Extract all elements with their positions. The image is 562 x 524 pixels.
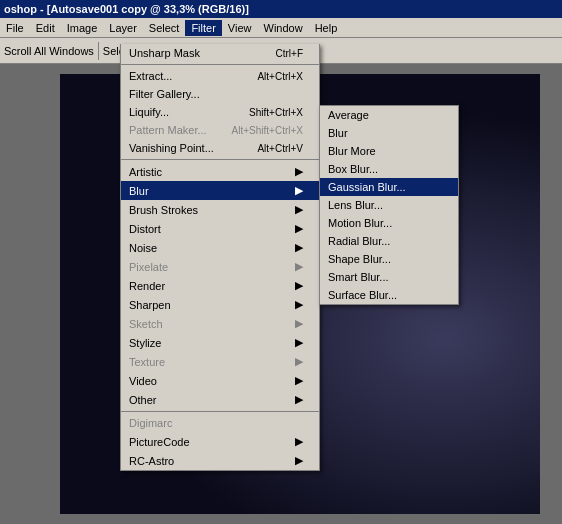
scroll-windows-label: Scroll All Windows — [4, 45, 94, 57]
separator-2 — [121, 159, 319, 160]
submenu-arrow-artistic: ▶ — [295, 165, 303, 178]
blur-gaussian[interactable]: Gaussian Blur... — [320, 178, 458, 196]
filter-stylize[interactable]: Stylize ▶ — [121, 333, 319, 352]
submenu-arrow-rc-astro: ▶ — [295, 454, 303, 467]
submenu-arrow-stylize: ▶ — [295, 336, 303, 349]
blur-shape[interactable]: Shape Blur... — [320, 250, 458, 268]
submenu-arrow-noise: ▶ — [295, 241, 303, 254]
filter-sharpen[interactable]: Sharpen ▶ — [121, 295, 319, 314]
menu-file[interactable]: File — [0, 20, 30, 36]
title-bar: oshop - [Autosave001 copy @ 33,3% (RGB/1… — [0, 0, 562, 18]
blur-lens[interactable]: Lens Blur... — [320, 196, 458, 214]
separator-3 — [121, 411, 319, 412]
toolbar-separator — [98, 42, 99, 60]
filter-dropdown: Unsharp Mask Ctrl+F Extract... Alt+Ctrl+… — [120, 44, 320, 471]
submenu-arrow-brush: ▶ — [295, 203, 303, 216]
submenu-arrow-render: ▶ — [295, 279, 303, 292]
filter-render[interactable]: Render ▶ — [121, 276, 319, 295]
blur-average[interactable]: Average — [320, 106, 458, 124]
filter-liquify[interactable]: Liquify... Shift+Ctrl+X — [121, 103, 319, 121]
filter-texture[interactable]: Texture ▶ — [121, 352, 319, 371]
menu-bar: File Edit Image Layer Select Filter View… — [0, 18, 562, 38]
menu-help[interactable]: Help — [309, 20, 344, 36]
filter-picturecode[interactable]: PictureCode ▶ — [121, 432, 319, 451]
filter-pattern-maker[interactable]: Pattern Maker... Alt+Shift+Ctrl+X — [121, 121, 319, 139]
submenu-arrow-picturecode: ▶ — [295, 435, 303, 448]
menu-window[interactable]: Window — [258, 20, 309, 36]
filter-vanishing-point[interactable]: Vanishing Point... Alt+Ctrl+V — [121, 139, 319, 157]
blur-box[interactable]: Box Blur... — [320, 160, 458, 178]
menu-view[interactable]: View — [222, 20, 258, 36]
filter-gallery[interactable]: Filter Gallery... — [121, 85, 319, 103]
submenu-arrow-blur: ▶ — [295, 184, 303, 197]
filter-brush-strokes[interactable]: Brush Strokes ▶ — [121, 200, 319, 219]
menu-edit[interactable]: Edit — [30, 20, 61, 36]
blur-surface[interactable]: Surface Blur... — [320, 286, 458, 304]
blur-blur[interactable]: Blur — [320, 124, 458, 142]
submenu-arrow-sharpen: ▶ — [295, 298, 303, 311]
separator-1 — [121, 64, 319, 65]
filter-distort[interactable]: Distort ▶ — [121, 219, 319, 238]
menu-layer[interactable]: Layer — [103, 20, 143, 36]
filter-rc-astro[interactable]: RC-Astro ▶ — [121, 451, 319, 470]
blur-more[interactable]: Blur More — [320, 142, 458, 160]
filter-noise[interactable]: Noise ▶ — [121, 238, 319, 257]
menu-image[interactable]: Image — [61, 20, 104, 36]
submenu-arrow-sketch: ▶ — [295, 317, 303, 330]
filter-blur[interactable]: Blur ▶ — [121, 181, 319, 200]
menu-select[interactable]: Select — [143, 20, 186, 36]
filter-digimarc[interactable]: Digimarc — [121, 414, 319, 432]
submenu-arrow-video: ▶ — [295, 374, 303, 387]
filter-other[interactable]: Other ▶ — [121, 390, 319, 409]
blur-radial[interactable]: Radial Blur... — [320, 232, 458, 250]
submenu-arrow-distort: ▶ — [295, 222, 303, 235]
blur-smart[interactable]: Smart Blur... — [320, 268, 458, 286]
blur-motion[interactable]: Motion Blur... — [320, 214, 458, 232]
blur-submenu: Average Blur Blur More Box Blur... Gauss… — [319, 105, 459, 305]
filter-pixelate[interactable]: Pixelate ▶ — [121, 257, 319, 276]
filter-unsharp-mask[interactable]: Unsharp Mask Ctrl+F — [121, 44, 319, 62]
filter-sketch[interactable]: Sketch ▶ — [121, 314, 319, 333]
submenu-arrow-other: ▶ — [295, 393, 303, 406]
title-text: oshop - [Autosave001 copy @ 33,3% (RGB/1… — [4, 3, 249, 15]
filter-video[interactable]: Video ▶ — [121, 371, 319, 390]
filter-artistic[interactable]: Artistic ▶ — [121, 162, 319, 181]
filter-extract[interactable]: Extract... Alt+Ctrl+X — [121, 67, 319, 85]
submenu-arrow-texture: ▶ — [295, 355, 303, 368]
submenu-arrow-pixelate: ▶ — [295, 260, 303, 273]
menu-filter[interactable]: Filter — [185, 20, 221, 36]
